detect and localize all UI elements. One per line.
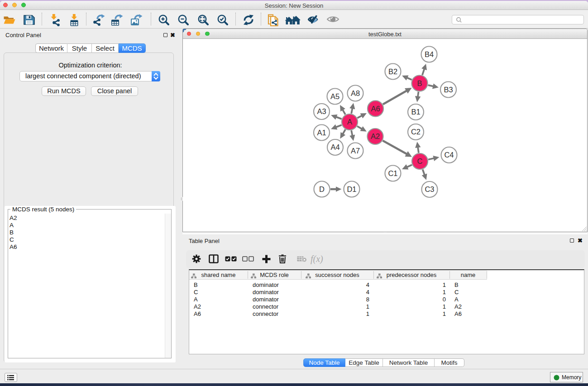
svg-text:D1: D1 xyxy=(347,185,356,193)
svg-text:A: A xyxy=(347,118,352,126)
svg-text:C4: C4 xyxy=(444,151,454,159)
svg-text:C: C xyxy=(417,157,423,165)
svg-text:A4: A4 xyxy=(330,143,339,151)
svg-text:B4: B4 xyxy=(425,50,434,58)
svg-text:D: D xyxy=(319,185,325,193)
svg-text:C3: C3 xyxy=(425,185,434,193)
svg-text:A2: A2 xyxy=(371,132,380,140)
svg-text:A7: A7 xyxy=(351,147,360,155)
svg-text:C2: C2 xyxy=(411,128,421,136)
svg-text:B: B xyxy=(417,79,422,87)
svg-text:A6: A6 xyxy=(371,105,380,113)
svg-text:A8: A8 xyxy=(351,89,360,97)
svg-text:B2: B2 xyxy=(388,67,397,76)
svg-text:B1: B1 xyxy=(411,108,420,116)
svg-text:A5: A5 xyxy=(330,92,339,100)
svg-text:A1: A1 xyxy=(317,129,326,137)
svg-text:C1: C1 xyxy=(388,169,397,177)
svg-text:B3: B3 xyxy=(444,86,453,94)
svg-text:A3: A3 xyxy=(317,107,326,115)
